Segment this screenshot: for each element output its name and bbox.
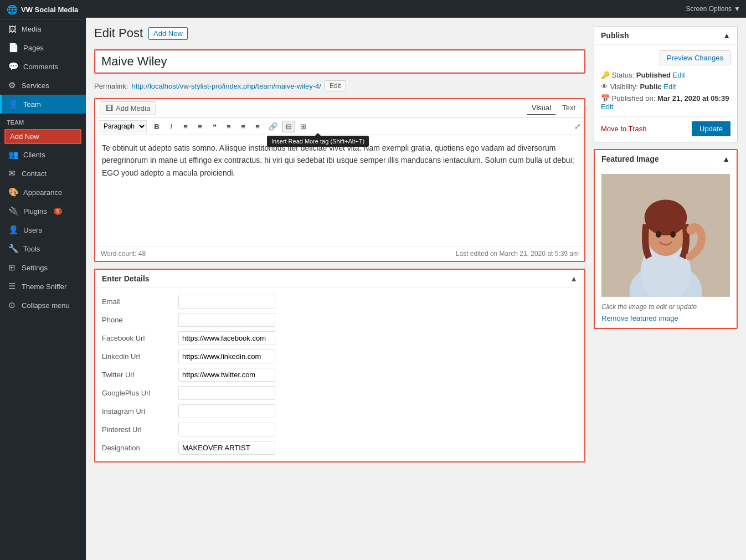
permalink-bar: Permalink: http://localhost/vw-stylist-p… [94,80,585,91]
details-input-8[interactable] [178,441,275,455]
status-edit-link[interactable]: Edit [672,71,685,79]
publish-status-row: 🔑 Status: Published Edit [601,71,730,79]
sidebar-item-services[interactable]: ⚙ Services [0,76,86,95]
sidebar-item-pages[interactable]: 📄 Pages [0,38,86,57]
featured-image-panel: Featured Image ▲ [594,149,738,329]
publish-footer: Move to Trash Update [601,116,730,136]
details-label-5: GooglePlus Url [102,389,174,397]
details-label-1: Phone [102,316,174,324]
align-right-button[interactable]: ≡ [251,121,264,132]
details-label-6: Instagram Url [102,407,174,415]
toolbar-toggle-button[interactable]: ⊞ [296,121,310,132]
italic-button[interactable]: I [164,121,178,132]
move-to-trash-link[interactable]: Move to Trash [601,125,646,133]
expand-editor-button[interactable]: ⤢ [574,122,581,131]
sidebar-item-contact[interactable]: ✉ Contact [0,164,86,183]
screen-options-button[interactable]: Screen Options ▼ [686,5,740,13]
details-input-6[interactable] [178,404,275,418]
publish-panel: Publish ▲ Preview Changes 🔑 Status: Publ… [594,26,738,142]
sidebar-item-appearance[interactable]: 🎨 Appearance [0,183,86,202]
details-input-4[interactable] [178,368,275,382]
featured-image-wrapper[interactable] [601,174,730,299]
sidebar-item-media[interactable]: 🖼 Media [0,20,86,38]
visibility-edit-link[interactable]: Edit [663,83,676,91]
post-title-input[interactable] [95,50,584,73]
visibility-value: Public [640,83,662,91]
services-icon: ⚙ [8,80,17,90]
details-input-1[interactable] [178,313,275,327]
tools-icon: 🔧 [8,244,19,254]
chevron-down-icon: ▼ [734,5,740,13]
details-input-2[interactable] [178,331,275,345]
appearance-icon: 🎨 [8,187,19,197]
format-select[interactable]: Paragraph Heading 1 Heading 2 [99,120,147,132]
permalink-label: Permalink: [94,82,128,90]
bold-button[interactable]: B [150,121,163,132]
sidebar-add-new[interactable]: Add New [4,129,81,144]
sidebar-label-comments: Comments [23,63,58,71]
read-more-button[interactable]: ⊟ [282,121,295,132]
editor-content[interactable]: Te obtinuit ut adepto satis somno. Aliis… [95,135,584,246]
sidebar-item-users[interactable]: 👤 Users [0,220,86,239]
add-media-button[interactable]: 🎞 Add Media [100,101,156,115]
published-edit-link[interactable]: Edit [601,102,613,111]
word-count: Word count: 48 [101,250,146,258]
sidebar-item-clients[interactable]: 👥 Clients [0,145,86,164]
editor-toolbar-top: 🎞 Add Media Visual Text [95,99,584,118]
sidebar-item-theme-sniffer[interactable]: ☰ Theme Sniffer [0,277,86,296]
sidebar-label-users: Users [23,226,42,234]
publish-date-row: 📅 Published on: Mar 21, 2020 at 05:39 Ed… [601,94,730,111]
add-media-label: Add Media [116,104,150,112]
sidebar-item-comments[interactable]: 💬 Comments [0,57,86,76]
svg-point-6 [656,231,661,238]
sidebar-label-theme-sniffer: Theme Sniffer [22,282,66,291]
link-button[interactable]: 🔗 [265,121,281,132]
post-title-wrapper [94,49,585,74]
align-center-button[interactable]: ≡ [236,121,250,132]
sidebar-label-clients: Clients [23,151,45,159]
details-grid: EmailPhoneFacebook UrlLinkedin UrlTwitte… [95,288,584,461]
update-button[interactable]: Update [692,121,730,136]
editor-tabs: Visual Text [527,101,580,115]
sidebar-label-plugins: Plugins [23,207,47,215]
sidebar-item-settings[interactable]: ⊞ Settings [0,258,86,277]
details-input-0[interactable] [178,295,275,309]
featured-image[interactable] [601,174,730,297]
preview-changes-button[interactable]: Preview Changes [660,50,730,65]
details-toggle-icon[interactable]: ▲ [570,274,578,283]
sidebar-item-plugins[interactable]: 🔌 Plugins 5 [0,202,86,220]
users-icon: 👤 [8,225,19,235]
tab-text[interactable]: Text [558,101,580,115]
blockquote-button[interactable]: ❝ [208,121,221,132]
sidebar-label-appearance: Appearance [23,188,62,197]
sidebar-label-tools: Tools [23,245,40,253]
right-column: Publish ▲ Preview Changes 🔑 Status: Publ… [594,26,738,552]
publish-panel-body: Preview Changes 🔑 Status: Published Edit… [594,45,737,142]
team-icon: 👤 [8,99,19,109]
details-label-3: Linkedin Url [102,352,174,361]
sidebar-label-team: Team [23,100,41,109]
sidebar-item-tools[interactable]: 🔧 Tools [0,239,86,258]
details-label-4: Twitter Url [102,371,174,379]
main-area: Screen Options ▼ Edit Post Add New Perma… [86,0,746,560]
publish-panel-header: Publish ▲ [594,27,737,45]
sidebar-item-collapse[interactable]: ⊙ Collapse menu [0,296,86,315]
visibility-label: Visibility: [610,83,638,91]
align-left-button[interactable]: ≡ [222,121,235,132]
unordered-list-button[interactable]: ≡ [179,121,192,132]
add-new-button[interactable]: Add New [148,27,188,40]
remove-featured-image-link[interactable]: Remove featured image [601,314,678,322]
settings-icon: ⊞ [8,263,17,273]
permalink-url[interactable]: http://localhost/vw-stylist-pro/index.ph… [131,82,321,90]
read-more-tooltip: Insert Read More tag (Shift+Alt+T) [267,136,369,147]
ordered-list-button[interactable]: ≡ [193,121,207,132]
status-label: Status: [612,71,634,79]
tab-visual[interactable]: Visual [527,101,555,115]
sidebar-item-team[interactable]: 👤 Team [0,95,86,114]
sidebar: 🌐 VW Social Media 🖼 Media 📄 Pages 💬 Comm… [0,0,86,560]
permalink-edit-button[interactable]: Edit [325,80,346,91]
details-input-3[interactable] [178,350,275,363]
details-input-7[interactable] [178,423,275,436]
media-icon: 🖼 [8,24,17,34]
details-input-5[interactable] [178,386,275,400]
